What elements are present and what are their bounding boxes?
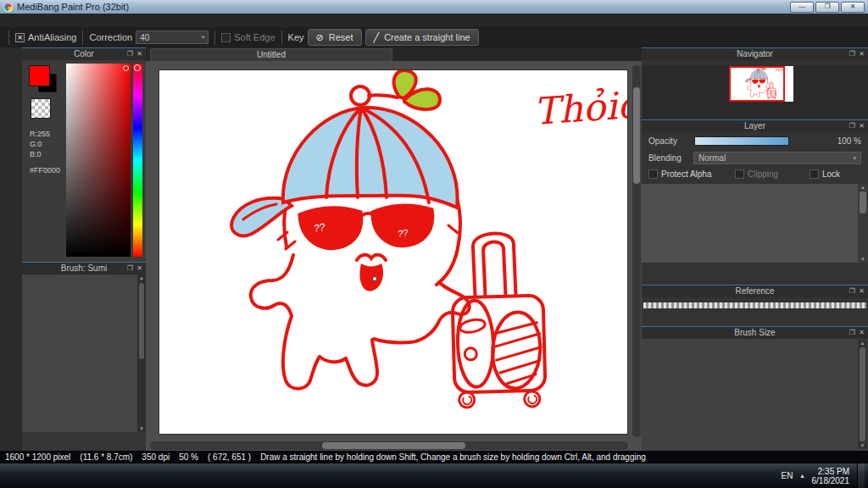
- scrollbar-thumb[interactable]: [860, 191, 866, 214]
- right-panels: Navigator ❐ ✕ Layer ❐ ✕: [642, 47, 868, 451]
- layer-panel-buttons: [642, 263, 868, 285]
- close-button[interactable]: ✕: [841, 2, 865, 13]
- green-value: G:0: [30, 139, 50, 149]
- canvas-dimensions: 1600 * 1200 pixel: [5, 452, 70, 462]
- taskbar-clock[interactable]: 2:35 PM 6/18/2021: [812, 467, 850, 485]
- panel-close-icon[interactable]: ✕: [136, 263, 142, 274]
- brush-size-scrollbar[interactable]: ▲ ▼: [858, 340, 867, 449]
- panel-popout-icon[interactable]: ❐: [849, 286, 855, 297]
- color-panel-title-label: Color: [74, 49, 94, 58]
- layer-list-scrollbar[interactable]: ▲ ▼: [858, 184, 868, 263]
- hue-cursor[interactable]: [134, 64, 141, 71]
- scroll-up-icon[interactable]: ▲: [860, 340, 865, 347]
- navigator-viewport-rect[interactable]: [729, 66, 785, 102]
- scroll-down-icon[interactable]: ▼: [860, 442, 865, 449]
- blending-value: Normal: [698, 153, 726, 163]
- opacity-label: Opacity: [648, 136, 677, 146]
- scrollbar-thumb[interactable]: [633, 87, 640, 184]
- layer-panel: Layer ❐ ✕ Opacity 100 % Blending Normal …: [642, 119, 868, 285]
- window-controls: —❐✕: [790, 2, 865, 13]
- create-straight-line-label: Create a straight line: [384, 32, 470, 42]
- language-indicator[interactable]: EN: [782, 471, 793, 480]
- left-panels: Color ❐ ✕ R:255 G:0 B:0 #FF0000: [22, 47, 146, 451]
- layer-title-label: Layer: [744, 121, 765, 130]
- desktop: MediBang Paint Pro (32bit) —❐✕ ✕ AntiAli…: [0, 0, 868, 488]
- toolbar-separator: [281, 30, 282, 45]
- chevron-down-icon: ▾: [202, 34, 205, 41]
- canvas-area[interactable]: [146, 61, 642, 451]
- brush-panel-title-label: Brush: Sumi: [61, 263, 107, 273]
- hue-slider[interactable]: [133, 64, 142, 257]
- panel-close-icon[interactable]: ✕: [859, 49, 865, 59]
- panel-popout-icon[interactable]: ❐: [849, 328, 855, 338]
- scroll-down-icon[interactable]: ▼: [139, 425, 144, 432]
- reference-title-label: Reference: [735, 286, 774, 296]
- clipping-checkbox[interactable]: Clipping: [735, 169, 810, 179]
- scroll-up-icon[interactable]: ▲: [139, 274, 144, 281]
- canvas-horizontal-scrollbar[interactable]: [150, 441, 628, 450]
- scrollbar-thumb[interactable]: [139, 283, 144, 359]
- foreground-color-swatch[interactable]: [29, 65, 50, 86]
- lock-checkbox[interactable]: Lock: [810, 169, 840, 179]
- minimize-button[interactable]: —: [790, 2, 814, 13]
- create-straight-line-button[interactable]: ╱ Create a straight line: [365, 29, 479, 46]
- brush-panel-buttons: [22, 432, 146, 451]
- navigator-preview-area[interactable]: [642, 65, 868, 119]
- scroll-up-icon[interactable]: ▲: [860, 184, 865, 191]
- correction-dropdown[interactable]: 40 ▾: [136, 30, 209, 44]
- scrollbar-thumb[interactable]: [322, 442, 465, 449]
- scrollbar-thumb[interactable]: [860, 347, 865, 441]
- tool-strip: [0, 47, 22, 451]
- protect-alpha-checkbox[interactable]: Protect Alpha: [648, 169, 735, 179]
- panel-close-icon[interactable]: ✕: [859, 121, 865, 131]
- canvas-size-cm: (11.6 * 8.7cm): [80, 452, 132, 462]
- reference-panel-title: Reference ❐ ✕: [642, 285, 868, 297]
- panel-close-icon[interactable]: ✕: [136, 49, 142, 59]
- panel-popout-icon[interactable]: ❐: [849, 49, 855, 59]
- blending-dropdown[interactable]: Normal ▾: [693, 152, 861, 164]
- window-titlebar: MediBang Paint Pro (32bit) —❐✕: [0, 0, 868, 14]
- soft-edge-checkbox[interactable]: [221, 33, 231, 42]
- toolbar-separator: [214, 30, 215, 45]
- main-toolbar: ✕ AntiAliasing Correction 40 ▾ Soft Edge…: [0, 27, 868, 47]
- brush-size-title-label: Brush Size: [734, 328, 775, 337]
- app-icon: [3, 3, 13, 12]
- canvas-paper[interactable]: [159, 70, 627, 434]
- canvas-column: Untitled: [146, 47, 642, 451]
- blending-label: Blending: [648, 153, 682, 163]
- brush-size-panel-title: Brush Size ❐ ✕: [642, 326, 868, 339]
- restore-button[interactable]: ❐: [815, 2, 839, 13]
- navigator-panel: Navigator ❐ ✕: [642, 47, 868, 119]
- toolbar-separator: [82, 30, 83, 45]
- canvas-dpi: 350 dpi: [142, 452, 170, 462]
- brush-list-scrollbar[interactable]: ▲ ▼: [137, 274, 146, 432]
- zoom-level: 50 %: [179, 452, 198, 462]
- saturation-value-picker[interactable]: [66, 64, 131, 257]
- opacity-slider[interactable]: [694, 136, 789, 146]
- cursor-coordinates: ( 672, 651 ): [208, 452, 251, 462]
- panel-popout-icon[interactable]: ❐: [127, 263, 133, 274]
- antialiasing-checkbox[interactable]: ✕: [15, 33, 25, 42]
- panel-popout-icon[interactable]: ❐: [127, 49, 133, 59]
- layer-list: ▲ ▼: [642, 184, 868, 263]
- document-tab[interactable]: Untitled: [150, 48, 392, 61]
- reset-label: Reset: [329, 32, 353, 42]
- scroll-down-icon[interactable]: ▼: [860, 256, 865, 263]
- panel-close-icon[interactable]: ✕: [859, 328, 865, 338]
- reset-button[interactable]: ⊘ Reset: [308, 29, 362, 46]
- menu-bar: [0, 14, 868, 27]
- sv-picker-cursor[interactable]: [123, 65, 129, 71]
- navigator-thumbnail[interactable]: [729, 66, 793, 102]
- tray-expand-icon[interactable]: ▴: [800, 472, 804, 480]
- drawing: [159, 70, 627, 434]
- main-area: Color ❐ ✕ R:255 G:0 B:0 #FF0000: [0, 47, 868, 451]
- antialiasing-label: AntiAliasing: [28, 32, 76, 42]
- panel-popout-icon[interactable]: ❐: [849, 121, 855, 131]
- canvas-vertical-scrollbar[interactable]: [632, 65, 641, 437]
- soft-edge-label: Soft Edge: [234, 32, 275, 42]
- panel-close-icon[interactable]: ✕: [859, 286, 865, 297]
- clock-date: 6/18/2021: [812, 476, 850, 485]
- transparent-color-swatch[interactable]: [31, 98, 51, 119]
- reference-empty-strip: [643, 302, 866, 308]
- show-desktop-button[interactable]: [857, 463, 865, 488]
